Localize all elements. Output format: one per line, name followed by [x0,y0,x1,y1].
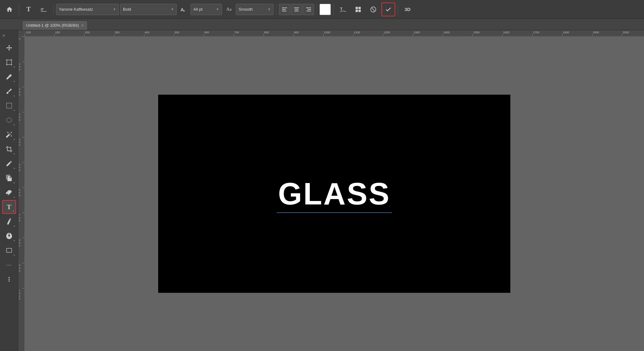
ruler-h-label: 700 [234,31,239,34]
ruler-v-tick [22,137,25,137]
cancel-button[interactable] [366,3,380,16]
align-center-button[interactable] [291,4,302,15]
selection-tool-button[interactable]: ▸ [2,229,16,243]
font-style-value: Bold [123,7,131,12]
ruler-h-tick [234,34,234,36]
ruler-v-tick [22,87,25,87]
toggle-char-button[interactable]: IT ▸ [37,3,51,16]
svg-rect-12 [307,11,311,11]
warp-text-button[interactable]: T [336,3,350,16]
commit-button[interactable] [381,3,395,16]
pen-tool-button[interactable]: ▸ [2,214,16,228]
lasso-tool-button[interactable]: ▸ [2,113,16,127]
ruler-v-label: 400 [19,138,20,147]
brush-tool-button[interactable]: ▸ [2,84,16,98]
ruler-h-tick [84,34,85,36]
ruler-v-tick [22,213,25,213]
top-toolbar: T ▸ IT ▸ Yanone Kaffeesatz ▼ Bold ▼ A a … [0,0,644,19]
ruler-h-label: 1300 [414,31,420,34]
ruler-h-label: 1000 [324,31,330,34]
separator-2 [53,4,53,15]
font-size-chevron: ▼ [216,8,219,11]
ruler-h-tick [383,34,383,36]
expand-panel-button[interactable]: » [0,31,18,39]
pen-arrow: ▸ [14,225,15,227]
clone-tool-button[interactable]: ▸ [2,171,16,185]
text-icon: T [26,6,31,13]
artboard-arrow: ▸ [14,66,15,68]
separator-1 [19,4,19,15]
ruler-h-tick [353,34,353,36]
pencil-tool-button[interactable]: ▸ [2,157,16,170]
anti-alias-value: Smooth [239,7,253,12]
text-tool-indicator[interactable]: T ▸ [22,3,36,16]
ruler-row: -100100200300400500600700800900100011001… [18,30,644,36]
ruler-v-label: 300 [19,113,20,121]
svg-rect-15 [358,7,361,9]
ruler-h-tick [323,34,324,36]
ruler-h-label: 2000 [623,31,629,34]
expand-icon: » [3,33,5,38]
ruler-h-tick [622,34,622,36]
align-left-button[interactable] [279,4,290,15]
eyedropper-arrow: ▸ [14,80,15,83]
svg-rect-8 [295,9,298,10]
text-color-swatch[interactable] [319,4,331,15]
ruler-h-label: 200 [85,31,90,34]
rectangle-arrow: ▸ [14,254,15,256]
align-right-button[interactable] [303,4,314,15]
ruler-h-label: 1400 [443,31,450,34]
ruler-h-tick [144,34,144,36]
magic-wand-tool-button[interactable]: ▸ [2,128,16,142]
font-size-value: 44 pt [193,7,203,12]
document-tab[interactable]: Untitled-1 @ 100% (RGB/8#) × [22,20,88,30]
eraser-tool-button[interactable]: ▸ [2,186,16,199]
ruler-v-label: 900 [19,264,20,272]
canvas-text-layer[interactable]: GLASS [278,176,391,212]
type-tool-button[interactable]: T ▸ [2,200,16,214]
more-tools-button[interactable]: ··· [2,258,16,272]
ruler-v-tick [22,62,25,62]
lasso-arrow: ▸ [14,124,15,126]
anti-alias-dropdown[interactable]: Smooth ▼ [236,4,274,15]
bottom-tool-button[interactable] [2,272,16,286]
anti-alias-chevron: ▼ [268,8,271,11]
ruler-h-label: 400 [145,31,149,34]
rectangle-tool-button[interactable]: ▸ [2,243,16,257]
left-toolbar: » ▸ [0,30,18,351]
eyedropper-tool-button[interactable]: ▸ [2,70,16,84]
svg-rect-6 [282,11,286,11]
document-canvas[interactable]: GLASS [158,95,510,293]
svg-rect-17 [358,9,361,12]
ruler-v-label: 100 [19,63,20,71]
ruler-h-tick [562,34,563,36]
ruler-v-label: 500 [19,164,20,172]
marquee-arrow: ▸ [14,109,15,112]
artboard-tool-button[interactable]: ▸ [2,55,16,69]
ruler-h-tick [174,34,174,36]
font-style-dropdown[interactable]: Bold ▼ [120,4,177,15]
marquee-tool-button[interactable]: ▸ [2,99,16,113]
three-d-button[interactable]: 3D [401,3,414,16]
crop-tool-button[interactable]: ▸ [2,142,16,156]
svg-text:IT: IT [41,8,44,11]
tab-close-button[interactable]: × [81,23,84,28]
move-tool-button[interactable] [2,41,16,55]
ruler-h-label: 900 [294,31,299,34]
font-size-dropdown[interactable]: 44 pt ▼ [191,4,222,15]
svg-rect-11 [308,9,311,10]
toggle-panels-button[interactable] [351,3,365,16]
ruler-h-tick [532,34,533,36]
ruler-h-tick [204,34,204,36]
anti-alias-icon: Aa [223,3,235,16]
canvas-container[interactable]: GLASS [25,36,644,351]
font-family-chevron: ▼ [113,8,116,11]
ruler-h-label: 1800 [563,31,569,34]
svg-rect-20 [7,60,11,65]
home-button[interactable] [3,3,16,16]
ruler-h-tick [264,34,264,36]
ruler-h-label: 600 [204,31,209,34]
font-family-dropdown[interactable]: Yanone Kaffeesatz ▼ [56,4,119,15]
canvas-wrapper: -100100200300400500600700800900100011001… [18,30,644,351]
ruler-v-label: 600 [19,189,20,197]
